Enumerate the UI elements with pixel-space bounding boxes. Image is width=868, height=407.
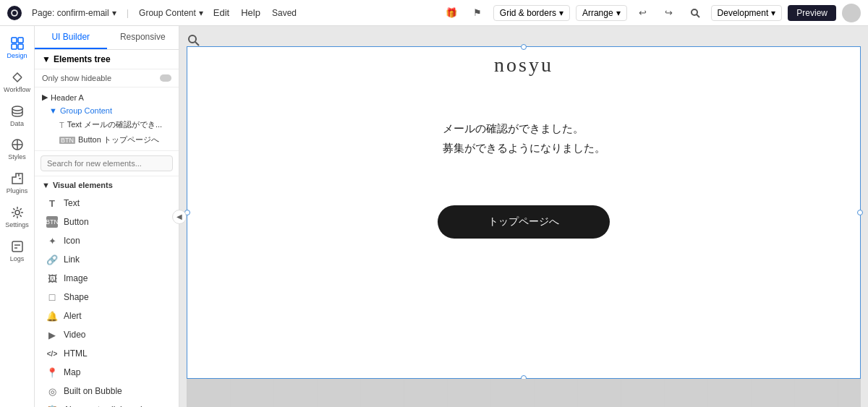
dev-chevron: ▾ [771,8,775,18]
tree-item-header-a[interactable]: ▶ Header A [35,90,179,104]
svg-line-13 [195,42,199,46]
page-bottom-section [187,379,861,407]
bubble-logo[interactable] [7,6,22,20]
page-dropdown-icon: ▾ [112,8,116,18]
svg-point-1 [12,11,17,15]
gift-icon[interactable]: 🎁 [441,3,461,23]
development-button[interactable]: Development ▾ [711,5,783,21]
button-icon: BTN [46,216,58,228]
search-elements-input[interactable] [41,155,173,171]
flag-icon[interactable]: ⚑ [467,3,488,23]
visual-elements-label: Visual elements [53,181,113,189]
sidebar-item-plugins-label: Plugins [7,187,28,195]
handle-top[interactable] [521,44,527,50]
element-air-copy[interactable]: 📋 Air copy to clipboard [35,400,179,407]
edit-menu[interactable]: Edit [213,7,229,18]
visual-elements-header[interactable]: ▼ Visual elements [35,176,179,194]
element-map[interactable]: 📍 Map [35,363,179,382]
elements-tree: ▶ Header A ▼ Group Content T Text メールの確認… [35,87,179,151]
element-button-label: Button [64,217,89,227]
sidebar-item-plugins[interactable]: Plugins [1,167,33,200]
arrange-button[interactable]: Arrange ▾ [576,5,627,21]
element-icon[interactable]: ✦ Icon [35,231,179,250]
element-html[interactable]: </> HTML [35,344,179,363]
video-icon: ▶ [46,329,58,340]
link-icon: 🔗 [46,254,58,265]
button-element-label: Button トップページへ [78,134,159,145]
element-html-label: HTML [64,348,88,359]
alert-icon: 🔔 [46,310,58,322]
grid-borders-button[interactable]: Grid & borders ▾ [493,5,570,21]
page-frame: nosyu メールの確認ができました。 募集ができるようになりました。 トップペ… [187,46,861,400]
elements-tree-label: Elements tree [54,54,111,64]
text-element-label: Text メールの確認ができ... [67,119,162,130]
sidebar-item-settings[interactable]: Settings [1,201,33,234]
tree-item-group-content[interactable]: ▼ Group Content [35,104,179,117]
tab-responsive[interactable]: Responsive [107,26,179,49]
arrange-chevron: ▾ [616,8,621,18]
preview-button[interactable]: Preview [788,5,836,21]
sidebar-item-workflow[interactable]: Workflow [1,66,33,98]
panel-tabs: UI Builder Responsive [35,26,179,50]
topbar-actions: Edit Help Saved [213,7,297,18]
page-top-section: nosyu メールの確認ができました。 募集ができるようになりました。 トップペ… [187,46,861,379]
built-on-bubble-icon: ◎ [46,385,58,397]
elements-tree-toggle[interactable]: ▼ Elements tree [42,54,111,64]
elements-tree-header: ▼ Elements tree [35,50,179,69]
sidebar-item-styles[interactable]: Styles [1,133,33,166]
element-link-label: Link [64,254,80,265]
sidebar-item-settings-label: Settings [5,221,29,229]
sidebar-item-data-label: Data [10,120,24,128]
handle-right[interactable] [857,210,863,215]
confirmation-line1: メールの確認ができました。 [443,119,605,138]
tree-item-button[interactable]: BTN Button トップページへ [35,132,179,147]
group-content-dropdown-icon: ▾ [199,8,203,18]
sidebar-item-workflow-label: Workflow [4,86,30,94]
button-element-icon: BTN [59,137,75,144]
panel-sidebar: UI Builder Responsive ▼ Elements tree On… [35,26,179,407]
sidebar-item-design[interactable]: Design [1,32,33,64]
user-avatar[interactable] [842,4,861,22]
shape-icon: □ [46,291,58,303]
element-video[interactable]: ▶ Video [35,325,179,344]
element-text[interactable]: T Text [35,194,179,213]
collapse-panel-button[interactable]: ◀ [172,210,187,224]
element-alert-label: Alert [64,311,82,321]
only-show-hideable-toggle[interactable] [160,74,171,82]
confirmation-line2: 募集ができるようになりました。 [443,138,605,158]
element-icon-label: Icon [64,236,80,246]
help-menu[interactable]: Help [241,7,260,18]
sidebar-item-logs[interactable]: Logs [1,235,33,267]
icon-icon: ✦ [46,235,58,247]
element-alert[interactable]: 🔔 Alert [35,307,179,325]
element-image[interactable]: 🖼 Image [35,269,179,288]
search-elements-box [35,151,179,176]
svg-rect-7 [18,44,23,49]
svg-point-12 [189,35,196,43]
search-button[interactable] [685,3,705,23]
map-icon: 📍 [46,367,58,378]
element-shape[interactable]: □ Shape [35,288,179,307]
redo-button[interactable]: ↪ [659,3,679,23]
tab-ui-builder[interactable]: UI Builder [35,26,107,49]
element-button[interactable]: BTN Button [35,213,179,231]
sidebar-item-data[interactable]: Data [1,100,33,132]
svg-rect-11 [12,241,22,252]
image-icon: 🖼 [46,273,58,284]
element-built-on-bubble[interactable]: ◎ Built on Bubble [35,382,179,400]
undo-button[interactable]: ↩ [633,3,653,23]
top-page-button[interactable]: トップページへ [438,205,610,239]
page-selector[interactable]: Page: confirm-email ▾ [27,7,121,20]
group-content-label: Group Content [60,106,112,115]
canvas-search-icon[interactable] [187,33,200,48]
saved-status: Saved [272,8,297,18]
topbar: Page: confirm-email ▾ | Group Content ▾ … [0,0,868,26]
group-content-selector[interactable]: Group Content ▾ [135,7,208,20]
tree-item-text[interactable]: T Text メールの確認ができ... [35,117,179,132]
topbar-right: 🎁 ⚑ Grid & borders ▾ Arrange ▾ ↩ ↪ Devel… [441,3,861,23]
svg-point-8 [12,106,22,111]
text-icon: T [46,197,58,209]
element-link[interactable]: 🔗 Link [35,250,179,269]
element-shape-label: Shape [64,292,89,302]
visual-elements-arrow: ▼ [42,181,50,189]
